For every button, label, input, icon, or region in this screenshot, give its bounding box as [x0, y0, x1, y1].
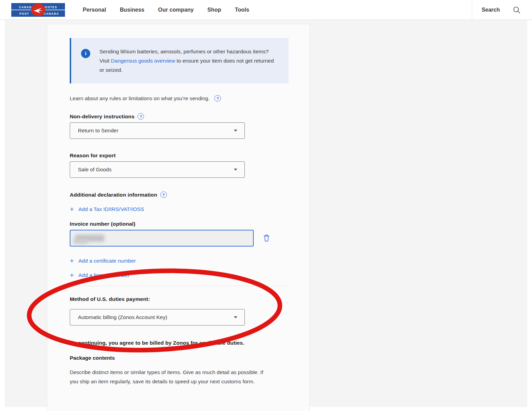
nav-item-shop[interactable]: Shop	[208, 7, 221, 13]
nav-item-personal[interactable]: Personal	[83, 7, 106, 13]
trash-icon	[263, 234, 270, 242]
plus-icon: +	[70, 206, 74, 213]
plus-icon: +	[70, 257, 74, 264]
chevron-down-icon	[234, 316, 237, 318]
canada-post-logo[interactable]: CANADA POST POSTES CANADA	[11, 3, 65, 17]
add-license-label: Add a license number	[78, 272, 130, 278]
duties-payment-label-row: Method of U.S. duties payment:	[70, 296, 309, 302]
search-icon	[513, 6, 520, 14]
main-nav: Personal Business Our company Shop Tools	[83, 7, 249, 13]
reason-for-export-label-row: Reason for export	[70, 153, 309, 159]
plus-icon: +	[70, 272, 74, 279]
add-tax-id-label: Add a Tax ID/IRS/VAT/IOSS	[78, 206, 144, 212]
svg-text:CANADA: CANADA	[43, 12, 59, 15]
duties-payment-selected-value: Automatic billing (Zonos Account Key)	[78, 314, 167, 320]
zonos-agreement-note: By continuing, you agree to be billed by…	[70, 340, 309, 346]
reason-for-export-selected-value: Sale of Goods	[78, 167, 111, 173]
duties-payment-label: Method of U.S. duties payment:	[70, 296, 150, 302]
add-license-link[interactable]: + Add a license number	[70, 272, 309, 279]
info-alert-text: Sending lithium batteries, aerosols, per…	[99, 47, 277, 75]
add-certificate-label: Add a certificate number	[78, 258, 136, 264]
non-delivery-label-row: Non-delivery instructions ?	[70, 113, 309, 120]
dangerous-goods-overview-link[interactable]: Dangerous goods overview	[111, 58, 175, 64]
additional-declaration-label-row: Additional declaration information ?	[70, 191, 309, 198]
help-icon[interactable]: ?	[137, 113, 144, 120]
help-icon[interactable]: ?	[214, 95, 221, 102]
package-contents-title: Package contents	[70, 355, 309, 361]
customs-form-card: i Sending lithium batteries, aerosols, p…	[47, 24, 310, 411]
svg-text:POST: POST	[19, 12, 29, 15]
section-divider	[70, 286, 289, 286]
invoice-number-row	[70, 230, 309, 247]
search-button[interactable]: Search	[472, 0, 532, 20]
nav-item-business[interactable]: Business	[120, 7, 144, 13]
reason-for-export-select[interactable]: Sale of Goods	[70, 161, 245, 178]
invoice-number-label-row: Invoice number (optional)	[70, 221, 309, 227]
reason-for-export-label: Reason for export	[70, 153, 116, 159]
delete-invoice-button[interactable]	[263, 234, 270, 242]
add-tax-id-link[interactable]: + Add a Tax ID/IRS/VAT/IOSS	[70, 206, 309, 213]
help-icon[interactable]: ?	[160, 191, 167, 198]
invoice-number-input[interactable]	[70, 230, 254, 247]
package-contents-description: Describe distinct items or similar types…	[70, 368, 265, 386]
chevron-down-icon	[234, 169, 237, 171]
non-delivery-selected-value: Return to Sender	[78, 128, 118, 134]
additional-declaration-label: Additional declaration information	[70, 192, 157, 198]
non-delivery-instructions-select[interactable]: Return to Sender	[70, 122, 245, 139]
duties-payment-select[interactable]: Automatic billing (Zonos Account Key)	[70, 309, 245, 326]
nav-item-our-company[interactable]: Our company	[158, 7, 194, 13]
add-certificate-link[interactable]: + Add a certificate number	[70, 257, 309, 264]
non-delivery-instructions-label: Non-delivery instructions	[70, 114, 134, 120]
top-navigation-bar: CANADA POST POSTES CANADA Personal Busin…	[0, 0, 532, 20]
redacted-invoice-value	[73, 239, 88, 244]
chevron-down-icon	[234, 130, 237, 132]
learn-rules-text: Learn about any rules or limitations on …	[70, 95, 210, 102]
info-icon: i	[81, 49, 90, 58]
learn-rules-row: Learn about any rules or limitations on …	[70, 95, 309, 102]
hazardous-items-info-alert: i Sending lithium batteries, aerosols, p…	[70, 38, 289, 83]
invoice-number-label: Invoice number (optional)	[70, 221, 135, 227]
search-label: Search	[482, 7, 500, 13]
nav-item-tools[interactable]: Tools	[235, 7, 249, 13]
